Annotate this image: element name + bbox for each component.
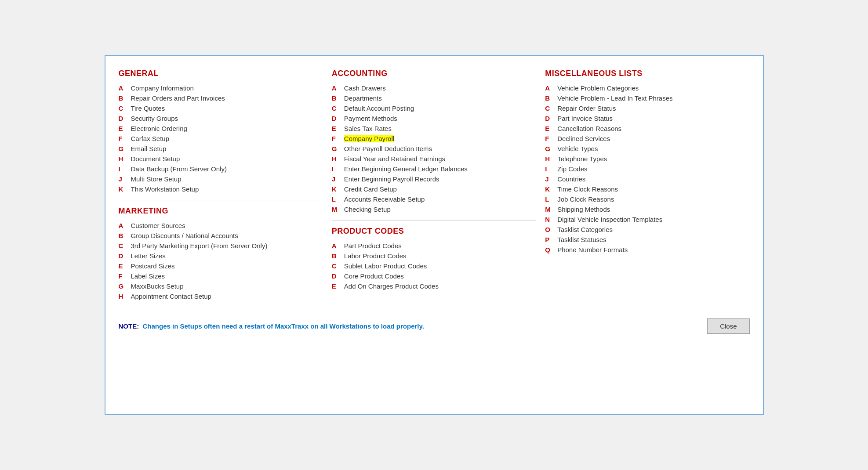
general-title: GENERAL xyxy=(119,69,323,78)
menu-item-B[interactable]: BVehicle Problem - Lead In Text Phrases xyxy=(545,94,749,102)
menu-item-E[interactable]: EElectronic Ordering xyxy=(119,125,323,132)
item-letter: Q xyxy=(545,246,555,253)
item-letter: L xyxy=(332,195,341,203)
menu-item-H[interactable]: HFiscal Year and Retained Earnings xyxy=(332,155,536,163)
menu-item-F[interactable]: FLabel Sizes xyxy=(119,272,323,280)
menu-item-D[interactable]: DPart Invoice Status xyxy=(545,115,749,122)
item-label: Security Groups xyxy=(131,115,178,122)
item-label: Part Product Codes xyxy=(344,242,402,249)
menu-item-O[interactable]: OTasklist Categories xyxy=(545,226,749,233)
menu-item-E[interactable]: EPostcard Sizes xyxy=(119,262,323,270)
item-letter: B xyxy=(332,94,341,102)
product-codes-items: APart Product CodesBLabor Product CodesC… xyxy=(332,242,536,290)
menu-item-P[interactable]: PTasklist Statuses xyxy=(545,236,749,243)
item-letter: N xyxy=(545,216,555,223)
menu-item-Q[interactable]: QPhone Number Formats xyxy=(545,246,749,253)
item-label: Countries xyxy=(557,175,585,183)
menu-item-D[interactable]: DPayment Methods xyxy=(332,115,536,122)
item-letter: E xyxy=(119,125,128,132)
item-label: Telephone Types xyxy=(557,155,607,163)
item-letter: I xyxy=(545,165,555,173)
menu-item-D[interactable]: DSecurity Groups xyxy=(119,115,323,122)
menu-item-M[interactable]: MShipping Methods xyxy=(545,206,749,213)
menu-item-K[interactable]: KCredit Card Setup xyxy=(332,185,536,193)
item-label: Add On Charges Product Codes xyxy=(344,282,439,290)
menu-item-H[interactable]: HDocument Setup xyxy=(119,155,323,163)
menu-item-B[interactable]: BDepartments xyxy=(332,94,536,102)
menu-item-C[interactable]: CDefault Account Posting xyxy=(332,105,536,112)
item-label: Repair Orders and Part Invoices xyxy=(131,94,225,102)
menu-item-K[interactable]: KThis Workstation Setup xyxy=(119,185,323,193)
menu-item-E[interactable]: EAdd On Charges Product Codes xyxy=(332,282,536,290)
menu-item-A[interactable]: APart Product Codes xyxy=(332,242,536,249)
item-label: Appointment Contact Setup xyxy=(131,293,211,300)
menu-item-C[interactable]: CSublet Labor Product Codes xyxy=(332,262,536,270)
item-label: Default Account Posting xyxy=(344,105,414,112)
item-label: Shipping Methods xyxy=(557,206,610,213)
item-label: Company Payroll xyxy=(344,135,394,142)
menu-item-N[interactable]: NDigital Vehicle Inspection Templates xyxy=(545,216,749,223)
item-letter: D xyxy=(119,252,128,260)
menu-item-C[interactable]: CRepair Order Status xyxy=(545,105,749,112)
item-letter: G xyxy=(119,282,128,290)
item-label: Vehicle Problem Categories xyxy=(557,84,639,92)
item-label: Digital Vehicle Inspection Templates xyxy=(557,216,662,223)
menu-item-G[interactable]: GEmail Setup xyxy=(119,145,323,152)
menu-item-D[interactable]: DCore Product Codes xyxy=(332,272,536,280)
menu-item-H[interactable]: HTelephone Types xyxy=(545,155,749,163)
menu-item-I[interactable]: IZip Codes xyxy=(545,165,749,173)
menu-item-I[interactable]: IData Backup (From Server Only) xyxy=(119,165,323,173)
item-label: Phone Number Formats xyxy=(557,246,628,253)
menu-item-F[interactable]: FCompany Payroll xyxy=(332,135,536,142)
menu-item-G[interactable]: GOther Payroll Deduction Items xyxy=(332,145,536,152)
item-letter: F xyxy=(332,135,341,142)
menu-item-G[interactable]: GVehicle Types xyxy=(545,145,749,152)
menu-item-A[interactable]: ACustomer Sources xyxy=(119,222,323,229)
menu-item-A[interactable]: ACash Drawers xyxy=(332,84,536,92)
close-button[interactable]: Close xyxy=(707,318,749,334)
menu-item-G[interactable]: GMaxxBucks Setup xyxy=(119,282,323,290)
item-letter: A xyxy=(332,242,341,249)
item-label: Vehicle Problem - Lead In Text Phrases xyxy=(557,94,672,102)
menu-item-H[interactable]: HAppointment Contact Setup xyxy=(119,293,323,300)
menu-item-D[interactable]: DLetter Sizes xyxy=(119,252,323,260)
item-letter: D xyxy=(332,272,341,280)
item-letter: I xyxy=(332,165,341,173)
menu-item-C[interactable]: C3rd Party Marketing Export (From Server… xyxy=(119,242,323,249)
menu-item-B[interactable]: BGroup Discounts / National Accounts xyxy=(119,232,323,239)
item-letter: D xyxy=(119,115,128,122)
menu-item-E[interactable]: ESales Tax Rates xyxy=(332,125,536,132)
setup-dialog: GENERAL ACompany InformationBRepair Orde… xyxy=(105,55,764,415)
menu-item-B[interactable]: BLabor Product Codes xyxy=(332,252,536,260)
item-label: Fiscal Year and Retained Earnings xyxy=(344,155,445,163)
item-label: Company Information xyxy=(131,84,194,92)
item-label: Sublet Labor Product Codes xyxy=(344,262,427,270)
menu-item-L[interactable]: LJob Clock Reasons xyxy=(545,195,749,203)
menu-item-C[interactable]: CTire Quotes xyxy=(119,105,323,112)
menu-item-F[interactable]: FDeclined Services xyxy=(545,135,749,142)
item-letter: P xyxy=(545,236,555,243)
menu-item-J[interactable]: JEnter Beginning Payroll Records xyxy=(332,175,536,183)
col-accounting-product: ACCOUNTING ACash DrawersBDepartmentsCDef… xyxy=(332,65,536,303)
item-label: Customer Sources xyxy=(131,222,185,229)
item-label: Part Invoice Status xyxy=(557,115,613,122)
menu-item-E[interactable]: ECancellation Reasons xyxy=(545,125,749,132)
item-letter: G xyxy=(332,145,341,152)
menu-item-A[interactable]: AVehicle Problem Categories xyxy=(545,84,749,92)
item-letter: E xyxy=(332,125,341,132)
item-label: Core Product Codes xyxy=(344,272,404,280)
menu-item-B[interactable]: BRepair Orders and Part Invoices xyxy=(119,94,323,102)
menu-item-K[interactable]: KTime Clock Reasons xyxy=(545,185,749,193)
menu-item-J[interactable]: JCountries xyxy=(545,175,749,183)
item-letter: C xyxy=(332,262,341,270)
item-letter: E xyxy=(119,262,128,270)
menu-item-I[interactable]: IEnter Beginning General Ledger Balances xyxy=(332,165,536,173)
item-label: Email Setup xyxy=(131,145,167,152)
menu-item-J[interactable]: JMulti Store Setup xyxy=(119,175,323,183)
menu-item-M[interactable]: MChecking Setup xyxy=(332,206,536,213)
menu-item-L[interactable]: LAccounts Receivable Setup xyxy=(332,195,536,203)
item-label: Enter Beginning Payroll Records xyxy=(344,175,439,183)
menu-item-F[interactable]: FCarfax Setup xyxy=(119,135,323,142)
marketing-items: ACustomer SourcesBGroup Discounts / Nati… xyxy=(119,222,323,300)
menu-item-A[interactable]: ACompany Information xyxy=(119,84,323,92)
